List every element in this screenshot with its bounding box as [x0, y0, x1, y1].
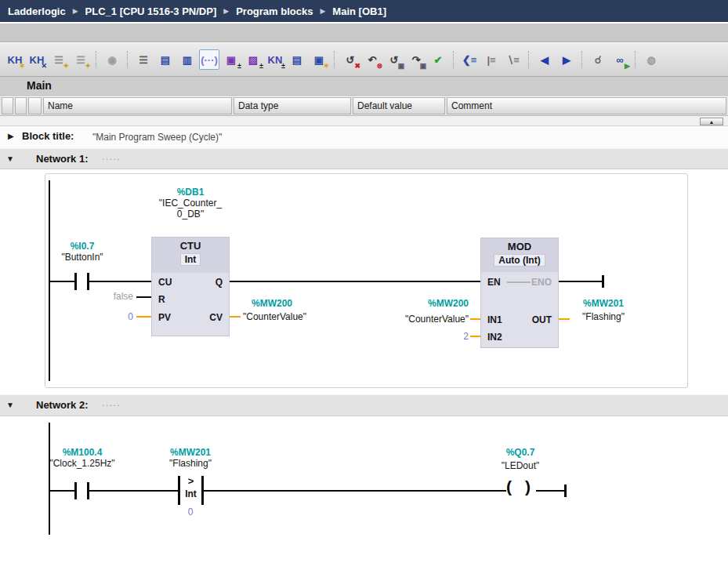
- out-operand[interactable]: %MW201 "Flashing": [570, 298, 636, 322]
- cv-operand-address[interactable]: %MW200: [252, 298, 292, 309]
- goto-previous-icon[interactable]: ◀: [534, 49, 555, 70]
- out-operand-address[interactable]: %MW201: [570, 298, 636, 309]
- absolute-info-icon[interactable]: |≡: [481, 49, 502, 70]
- breadcrumb-item-project[interactable]: Ladderlogic: [8, 5, 66, 17]
- insert-box-icon-glyph: ▣: [226, 55, 236, 65]
- wire-orange: [136, 316, 151, 318]
- interface-table-header: Name Data type Default value Comment: [0, 97, 728, 115]
- operand-address[interactable]: %I0.7: [42, 241, 123, 252]
- ctu-counter-block[interactable]: CTU Int CU R PV Q CV: [151, 237, 230, 336]
- operand-name[interactable]: "Flashing": [143, 458, 237, 469]
- wire: [89, 281, 151, 282]
- breadcrumb-item-plc[interactable]: PLC_1 [CPU 1516-3 PN/DP]: [85, 5, 217, 17]
- collapse-triangle-icon[interactable]: ▶: [8, 132, 14, 140]
- network-1-label: Network 1:: [36, 153, 88, 165]
- contact-symbol[interactable]: [74, 482, 77, 499]
- pin-cu: CU: [158, 277, 172, 288]
- insert-compare-icon[interactable]: KN±: [265, 49, 285, 70]
- load-snapshot-icon[interactable]: ↺▣: [384, 49, 404, 70]
- contact-symbol[interactable]: [74, 273, 77, 290]
- column-header-default-value[interactable]: Default value: [353, 97, 445, 114]
- operand-name[interactable]: "LEDout": [481, 460, 560, 471]
- compare-type[interactable]: Int: [180, 488, 201, 499]
- coil-symbol[interactable]: ): [525, 478, 531, 495]
- expand-triangle-icon[interactable]: ▼: [6, 154, 14, 163]
- enable-peripheral-outputs-icon[interactable]: ✔: [428, 49, 448, 70]
- monitoring-glasses-icon[interactable]: ∞▶: [610, 49, 630, 70]
- favorites-icon[interactable]: ▣✶: [309, 49, 329, 70]
- out-operand-name[interactable]: "Flashing": [570, 311, 636, 322]
- coil-operand[interactable]: %Q0.7 "LEDout": [481, 447, 560, 471]
- ctu-type-dropdown[interactable]: Int: [180, 253, 201, 266]
- compare-operand[interactable]: %MW201 "Flashing": [143, 447, 237, 469]
- insert-branch-icon-badge: ✦: [85, 63, 91, 70]
- find-replace-icon[interactable]: ☌: [588, 49, 608, 70]
- coil-symbol[interactable]: (: [506, 478, 512, 495]
- wire-orange: [470, 336, 480, 337]
- expand-triangle-icon[interactable]: ▼: [6, 401, 14, 409]
- insert-branch-icon[interactable]: ☰✦: [71, 49, 91, 70]
- symbolic-operands-icon[interactable]: ▥: [177, 49, 197, 70]
- data-block-icon-glyph: ◍: [647, 55, 655, 65]
- insert-move-box-icon[interactable]: ▨±: [243, 49, 263, 70]
- column-header-name[interactable]: Name: [43, 97, 232, 114]
- operand-address[interactable]: %M100.4: [34, 447, 131, 458]
- db-address[interactable]: %DB1: [136, 187, 245, 198]
- operand-address[interactable]: %Q0.7: [481, 447, 560, 458]
- undo-icon[interactable]: ↶⊗: [362, 49, 382, 70]
- operand-name[interactable]: "ButtonIn": [42, 252, 123, 263]
- absolute-operands-icon[interactable]: ▤: [155, 49, 176, 70]
- tia-portal-lad-editor: Ladderlogic ▶ PLC_1 [CPU 1516-3 PN/DP] ▶…: [0, 0, 728, 588]
- free-form-comments-icon-glyph: ∖≡: [507, 55, 520, 65]
- discard-changes-icon[interactable]: ↺✖: [340, 49, 360, 70]
- block-title-value[interactable]: "Main Program Sweep (Cycle)": [92, 132, 222, 143]
- goto-next-icon[interactable]: ▶: [556, 49, 577, 70]
- column-header-data-type[interactable]: Data type: [234, 97, 351, 114]
- block-title-row: ▶ Block title: "Main Program Sweep (Cycl…: [0, 126, 728, 148]
- insert-box-icon[interactable]: ▣±: [221, 49, 241, 70]
- monitoring-glasses-icon-badge: ▶: [625, 63, 630, 70]
- network-outline-icon-glyph: ☰: [139, 55, 148, 65]
- in1-operand-address[interactable]: %MW200: [359, 298, 469, 309]
- r-input-value[interactable]: false: [71, 291, 133, 302]
- insert-empty-box-icon[interactable]: ☰✦: [49, 49, 69, 70]
- compare-operator[interactable]: >: [180, 475, 201, 487]
- breadcrumb-item-main-ob1[interactable]: Main [OB1]: [332, 5, 386, 17]
- network-comments-icon[interactable]: (···): [199, 49, 219, 70]
- insert-network-icon[interactable]: KH✶: [5, 49, 25, 70]
- network-2-comment-placeholder[interactable]: .....: [102, 397, 121, 408]
- pv-input-value[interactable]: 0: [102, 311, 133, 322]
- scroll-up-button[interactable]: ▲: [700, 118, 723, 125]
- network-2-header[interactable]: ▼ Network 2: .....: [0, 394, 728, 416]
- expand-networks-icon[interactable]: ▤: [287, 49, 307, 70]
- contact-operand[interactable]: %M100.4 "Clock_1.25Hz": [34, 447, 131, 469]
- data-block-icon[interactable]: ◍: [641, 49, 661, 70]
- insert-compare-icon-badge: ±: [281, 63, 285, 70]
- network-1-comment-placeholder[interactable]: .....: [102, 151, 121, 162]
- db-name-line2[interactable]: 0_DB": [136, 209, 245, 220]
- operand-name[interactable]: "Clock_1.25Hz": [34, 458, 131, 469]
- cv-operand-name[interactable]: "CounterValue": [243, 311, 306, 322]
- in2-input-value[interactable]: 2: [437, 331, 469, 342]
- operand-address[interactable]: %MW201: [143, 447, 237, 458]
- wire: [536, 490, 566, 492]
- save-snapshot-icon[interactable]: ↷▣: [406, 49, 426, 70]
- mod-math-block[interactable]: MOD Auto (Int) EN ENO IN1 IN2 OUT: [480, 238, 559, 348]
- in1-operand-name[interactable]: "CounterValue": [359, 314, 469, 325]
- db-name-line1[interactable]: "IEC_Counter_: [136, 198, 245, 209]
- goto-network-icon[interactable]: ❮≡: [459, 49, 480, 70]
- mod-type-dropdown[interactable]: Auto (Int): [494, 254, 545, 267]
- instance-db-operand[interactable]: %DB1 "IEC_Counter_ 0_DB": [136, 187, 245, 220]
- breadcrumb-item-program-blocks[interactable]: Program blocks: [236, 5, 313, 17]
- network-outline-icon[interactable]: ☰: [133, 49, 154, 70]
- compare-value[interactable]: 0: [170, 506, 211, 517]
- unlink-icon[interactable]: ◉: [102, 49, 122, 70]
- column-header-comment[interactable]: Comment: [447, 97, 726, 114]
- contact-operand[interactable]: %I0.7 "ButtonIn": [42, 241, 123, 263]
- delete-network-icon[interactable]: KH✕: [27, 49, 47, 70]
- mod-title: MOD: [481, 241, 558, 252]
- insert-empty-box-icon-badge: ✦: [63, 63, 69, 70]
- free-form-comments-icon[interactable]: ∖≡: [503, 49, 523, 70]
- network-1-header[interactable]: ▼ Network 1: .....: [0, 148, 728, 169]
- wire: [50, 490, 74, 492]
